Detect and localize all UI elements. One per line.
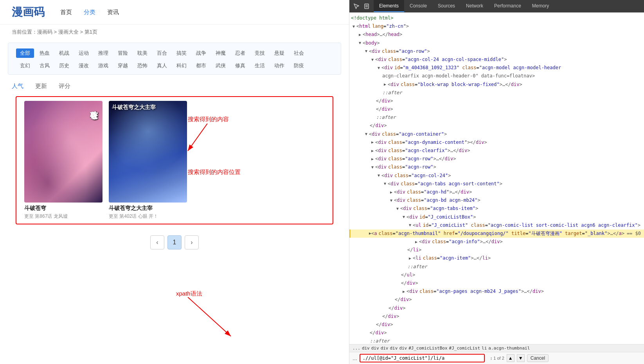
cat-action[interactable]: 动作: [270, 61, 288, 70]
tab-sources[interactable]: Sources: [432, 0, 461, 12]
tab-network[interactable]: Network: [461, 0, 489, 12]
breadcrumb-comiclist[interactable]: #J_comicList: [449, 346, 480, 351]
dom-line-acgn-row-inner[interactable]: ▶ <div class="acgn-row" > … </div>: [349, 155, 644, 163]
cat-myth[interactable]: 神魔: [212, 48, 230, 58]
dom-line-close-inner1[interactable]: </div>: [349, 296, 644, 304]
comic-item-1[interactable]: 斗破苍穹 更至 第867话 龙风墟: [24, 101, 103, 220]
sort-popular[interactable]: 人气: [12, 82, 23, 90]
breadcrumb-li[interactable]: li: [482, 346, 487, 351]
breadcrumb-div3[interactable]: div: [381, 346, 389, 351]
dom-line-acgn-info[interactable]: ▶ <div class="acgn-info" > … </div>: [349, 238, 644, 246]
breadcrumb-div4[interactable]: div: [390, 346, 398, 351]
cat-funny[interactable]: 搞笑: [173, 48, 191, 58]
dom-line-col24[interactable]: ▼ <div class="acgn-col-24" >: [349, 172, 644, 180]
prev-page-btn[interactable]: ‹: [150, 235, 164, 249]
cat-sport[interactable]: 运动: [75, 48, 93, 58]
cat-hot-blood[interactable]: 热血: [36, 48, 54, 58]
dom-line-clearfix[interactable]: ▶ <div class="acgn-clearfix" > … </div>: [349, 147, 644, 155]
body-arrow[interactable]: ▼: [357, 40, 363, 46]
dom-line-doctype[interactable]: <!doctype html>: [349, 14, 644, 22]
dom-line-model[interactable]: ▼ <div id="m_404368_1092_1323" class="ac…: [349, 64, 644, 72]
html-arrow[interactable]: ▼: [351, 23, 356, 30]
search-cancel-btn[interactable]: Cancel: [527, 354, 549, 362]
tab-elements[interactable]: Elements: [374, 0, 404, 12]
cat-history[interactable]: 历史: [55, 61, 73, 70]
breadcrumb-ellipsis[interactable]: ...: [353, 346, 360, 351]
cat-timetravel[interactable]: 穿越: [114, 61, 132, 70]
next-page-btn[interactable]: ›: [185, 235, 199, 249]
cat-adaptation[interactable]: 漫改: [75, 61, 93, 70]
dom-line-close-ul[interactable]: </ul>: [349, 271, 644, 279]
nav-category[interactable]: 分类: [84, 9, 95, 16]
cat-detective[interactable]: 推理: [94, 48, 112, 58]
breadcrumb-div5[interactable]: div: [399, 346, 407, 351]
dom-line-tabs-item[interactable]: ▼ <div class="acgn-tabs-item" >: [349, 204, 644, 213]
dom-line-after-1[interactable]: ::after: [349, 89, 644, 97]
dom-line-ul[interactable]: ▼ <ul id="J_comicList" class="acgn-comic…: [349, 221, 644, 230]
dom-line-tabs[interactable]: ▼ <div class="acgn-tabs acgn-sort-conten…: [349, 180, 644, 188]
cat-mystery[interactable]: 悬疑: [270, 48, 288, 58]
breadcrumb-div1[interactable]: div: [362, 346, 370, 351]
comic-item-2[interactable]: 斗破苍穹之大主宰 更至 第402话 心眼 开！: [109, 101, 187, 220]
dom-line-close-div-2[interactable]: </div>: [349, 105, 644, 113]
dom-line-block-wrap[interactable]: ▶ <div class="block-wrap block-wrap-fixe…: [349, 81, 644, 89]
dom-line-html[interactable]: ▼ <html lang="zh-cn" >: [349, 22, 644, 30]
dom-line-pages[interactable]: ▶ <div class="acgn-pages acgn-mb24 J_pag…: [349, 287, 644, 296]
cat-urban[interactable]: 都市: [192, 61, 210, 70]
cat-war[interactable]: 战争: [192, 48, 210, 58]
cat-competition[interactable]: 竞技: [251, 48, 269, 58]
dom-line-highlighted-anchor[interactable]: ▶ <a class="acgn-thumbnail" href="/doupo…: [349, 230, 644, 238]
cat-society[interactable]: 社会: [290, 48, 308, 58]
cat-xiu[interactable]: 修真: [231, 61, 249, 70]
tab-memory[interactable]: Memory: [527, 0, 554, 12]
cat-scifi[interactable]: 科幻: [173, 61, 191, 70]
dom-line-close-inner2[interactable]: </div>: [349, 304, 644, 312]
cat-wuxia[interactable]: 武侠: [212, 61, 230, 70]
cat-danmei[interactable]: 耽美: [133, 48, 151, 58]
dom-line-close-div-1[interactable]: </div>: [349, 97, 644, 105]
cat-life[interactable]: 生活: [251, 61, 269, 70]
head-arrow[interactable]: ▶: [357, 32, 363, 38]
dom-line-acgn-col-24[interactable]: ▼ <div class="acgn-col-24 acgn-col-space…: [349, 56, 644, 64]
dom-line-listbox[interactable]: ▼ <div id="J_comicListBox" >: [349, 213, 644, 221]
cat-fantasy[interactable]: 玄幻: [16, 61, 34, 70]
breadcrumb-anchor[interactable]: a.acgn-thumbnail: [488, 346, 530, 351]
nav-home[interactable]: 首页: [60, 9, 72, 16]
dom-line-close-div-3[interactable]: </div>: [349, 122, 644, 130]
search-prev-btn[interactable]: ▲: [507, 354, 514, 362]
cat-ninja[interactable]: 忍者: [231, 48, 249, 58]
dom-line-close-inner5[interactable]: </div>: [349, 329, 644, 337]
dom-line-head[interactable]: ▶ <head> … </head>: [349, 30, 644, 39]
breadcrumb-div2[interactable]: div: [371, 346, 379, 351]
cat-pandemic[interactable]: 防疫: [290, 61, 308, 70]
dom-line-close-inner3[interactable]: </div>: [349, 312, 644, 321]
cat-horror[interactable]: 恐怖: [133, 61, 151, 70]
site-logo[interactable]: 漫画码: [12, 5, 45, 20]
nav-news[interactable]: 资讯: [107, 9, 119, 16]
dom-line-body[interactable]: ▼ <body>: [349, 39, 644, 47]
cat-all[interactable]: 全部: [16, 48, 34, 58]
cat-yuri[interactable]: 百合: [153, 48, 171, 58]
search-input[interactable]: [363, 355, 482, 361]
cat-adventure[interactable]: 冒险: [114, 48, 132, 58]
dom-line-hd[interactable]: ▶ <div class="acgn-hd" > … </div>: [349, 188, 644, 196]
dom-line-after-2[interactable]: ::after: [349, 113, 644, 122]
sort-rating[interactable]: 评分: [59, 82, 70, 90]
tab-performance[interactable]: Performance: [489, 0, 527, 12]
dom-line-close-li[interactable]: </li>: [349, 246, 644, 254]
dom-line-acgn-row-open[interactable]: ▼ <div class="acgn-row" >: [349, 163, 644, 171]
tab-console[interactable]: Console: [404, 0, 432, 12]
dom-line-close-inner4[interactable]: </div>: [349, 321, 644, 329]
dom-line-after-final[interactable]: ::after: [349, 337, 644, 344]
device-icon[interactable]: [363, 2, 371, 10]
dom-line-container[interactable]: ▼ <div class="acgn-container" >: [349, 130, 644, 138]
inspect-icon[interactable]: [353, 2, 360, 10]
dom-line-model-2[interactable]: acgn-clearfix acgn-model-header-0" data-…: [349, 72, 644, 80]
breadcrumb-listbox[interactable]: #J_comicListBox: [408, 346, 447, 351]
dom-line-bd[interactable]: ▼ <div class="acgn-bd acgn-mb24" >: [349, 196, 644, 204]
current-page-btn[interactable]: 1: [167, 235, 182, 249]
dom-line-acgn-row-1[interactable]: ▼ <div class="acgn-row" >: [349, 47, 644, 56]
dom-line-li-item[interactable]: ▶ <li class="acgn-item" > … </li>: [349, 254, 644, 262]
cat-game[interactable]: 游戏: [94, 61, 112, 70]
dom-line-dynamic[interactable]: ▶ <div class="acgn-dynamic-content" ></d…: [349, 138, 644, 147]
